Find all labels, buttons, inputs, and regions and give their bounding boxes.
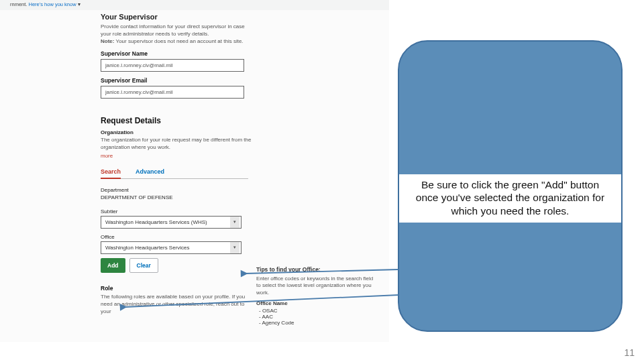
add-button[interactable]: Add [101,258,125,273]
svg-line-1 [125,295,398,307]
org-tabs: Search Advanced [101,166,288,179]
more-link[interactable]: more [101,153,113,159]
callout-bubble: Be sure to click the green "Add" button … [398,40,623,332]
department-block: Department DEPARTMENT OF DEFENSE [101,187,288,200]
tab-divider [101,178,248,179]
office-block: Office Washington Headquarters Services … [101,234,288,254]
section-title-request-details: Request Details [101,116,288,125]
callout-text: Be sure to click the green "Add" button … [399,174,621,223]
tab-search[interactable]: Search [101,166,121,179]
list-item: AAC [259,314,376,320]
form-screenshot: rnment. Here's how you know ▾ Your Super… [0,0,389,342]
tab-advanced[interactable]: Advanced [136,166,164,179]
official-site-banner: rnment. Here's how you know ▾ [0,0,389,10]
office-label: Office [101,234,288,240]
svg-line-0 [246,269,398,274]
arrow-to-add-button [121,292,402,312]
supervisor-section: Your Supervisor Provide contact informat… [0,10,389,101]
organization-label: Organization [101,129,288,135]
organization-help-text: The organization for your role request m… [101,137,255,152]
supervisor-note: Note: Your supervisor does not need an a… [101,38,255,46]
chevron-down-icon: ▾ [78,1,80,7]
hows-you-know-link[interactable]: Here's how you know [29,1,76,7]
office-select[interactable]: Washington Headquarters Services [101,241,241,254]
supervisor-email-input[interactable]: janice.l.romney.civ@mail.mil [101,86,244,99]
clear-button[interactable]: Clear [129,258,158,273]
page-number: 11 [624,347,635,358]
supervisor-name-label: Supervisor Name [101,50,288,57]
supervisor-email-label: Supervisor Email [101,77,288,84]
subtier-select[interactable]: Washington Headquarters Services (WHS) [101,216,241,229]
subtier-block: Subtier Washington Headquarters Services… [101,208,288,229]
supervisor-help-text: Provide contact information for your dir… [101,23,255,38]
supervisor-name-input[interactable]: janice.l.romney.civ@mail.mil [101,59,244,72]
official-banner-text: rnment. [10,1,29,7]
list-item: Agency Code [259,320,376,326]
subtier-label: Subtier [101,208,288,215]
arrow-to-subtier [241,265,402,279]
department-value: DEPARTMENT OF DEFENSE [101,194,288,200]
section-title-supervisor: Your Supervisor [101,13,288,21]
department-label: Department [101,187,288,193]
